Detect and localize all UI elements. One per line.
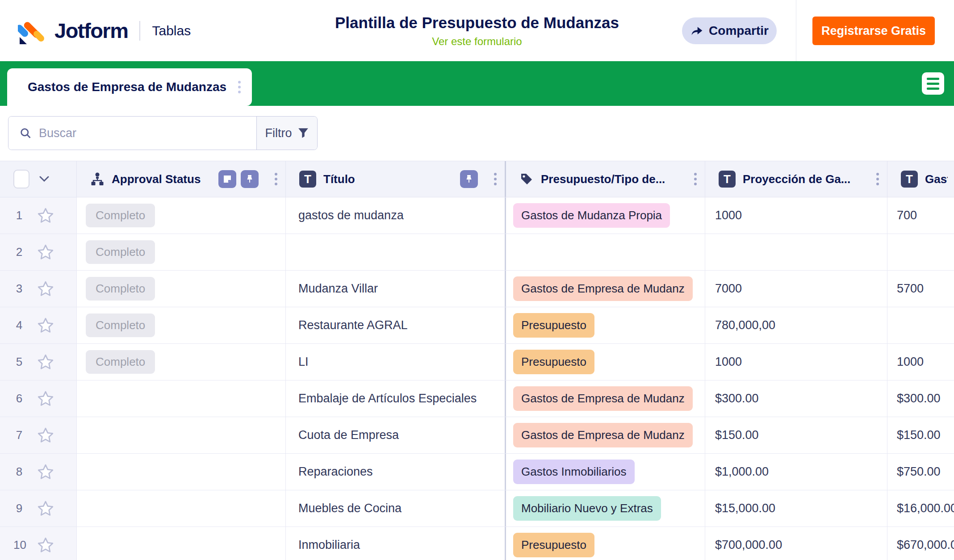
proyeccion-cell[interactable]: $15,000.00 xyxy=(705,490,887,527)
gastos-cell[interactable]: $750.00 xyxy=(887,454,954,490)
star-icon[interactable] xyxy=(37,353,54,371)
sheet-tab-menu-icon[interactable] xyxy=(236,79,243,95)
proyeccion-cell[interactable]: $300.00 xyxy=(705,380,887,417)
gastos-cell[interactable]: 700 xyxy=(887,197,954,234)
tipo-cell[interactable]: Gastos de Empresa de Mudanz xyxy=(506,271,705,307)
gastos-cell-text: $16,000.00 xyxy=(897,501,954,515)
proyeccion-cell[interactable]: 780,000,00 xyxy=(705,307,887,343)
column-header-titulo[interactable]: T Título xyxy=(286,161,506,197)
approval-status-cell[interactable]: Completo xyxy=(77,197,286,234)
table-row: 9 Muebles de Cocina Mobiliario Nuevo y E… xyxy=(0,490,954,527)
titulo-cell[interactable]: Inmobiliaria xyxy=(286,527,506,560)
brand-product-label: Tablas xyxy=(152,23,191,38)
titulo-cell[interactable]: LI xyxy=(286,344,506,380)
row-number: 7 xyxy=(13,428,25,442)
proyeccion-cell[interactable]: $150.00 xyxy=(705,417,887,453)
tipo-cell[interactable]: Mobiliario Nuevo y Extras xyxy=(506,490,705,527)
column-header-proyeccion[interactable]: T Proyección de Ga... xyxy=(705,161,887,197)
tipo-cell[interactable]: Presupuesto xyxy=(506,344,705,380)
tipo-cell[interactable] xyxy=(506,234,705,270)
search-input[interactable] xyxy=(39,126,226,140)
titulo-cell[interactable]: Mudanza Villar xyxy=(286,271,506,307)
select-all-checkbox[interactable] xyxy=(13,170,29,188)
titulo-cell[interactable]: Reparaciones xyxy=(286,454,506,490)
column-menu-icon[interactable] xyxy=(874,171,881,187)
titulo-cell[interactable] xyxy=(286,234,506,270)
approval-status-cell[interactable] xyxy=(77,380,286,417)
chevron-down-icon[interactable] xyxy=(39,176,49,182)
titulo-cell[interactable]: Cuota de Empresa xyxy=(286,417,506,453)
approval-status-cell[interactable]: Completo xyxy=(77,271,286,307)
tipo-cell[interactable]: Presupuesto xyxy=(506,307,705,343)
board-menu-button[interactable] xyxy=(922,72,944,95)
titulo-cell[interactable]: Muebles de Cocina xyxy=(286,490,506,527)
gastos-cell[interactable] xyxy=(887,234,954,270)
star-icon[interactable] xyxy=(37,426,54,444)
column-menu-icon[interactable] xyxy=(492,171,498,187)
approval-status-cell[interactable] xyxy=(77,527,286,560)
column-menu-icon[interactable] xyxy=(273,171,279,187)
column-header-approval-status[interactable]: Approval Status xyxy=(77,161,286,197)
brand[interactable]: Jotform Tablas xyxy=(18,0,191,61)
titulo-cell-text: gastos de mudanza xyxy=(298,209,404,222)
tipo-cell[interactable]: Gastos de Empresa de Mudanz xyxy=(506,417,705,453)
gastos-cell[interactable] xyxy=(887,307,954,343)
star-icon[interactable] xyxy=(37,317,54,334)
titulo-cell[interactable]: Restaurante AGRAL xyxy=(286,307,506,343)
proyeccion-cell[interactable]: 7000 xyxy=(705,271,887,307)
view-form-link[interactable]: Ver este formulario xyxy=(432,35,522,48)
gastos-cell[interactable]: 5700 xyxy=(887,271,954,307)
star-icon[interactable] xyxy=(37,390,54,408)
search-box[interactable] xyxy=(8,117,256,150)
search-filter-group: Filtro xyxy=(8,116,318,150)
star-icon[interactable] xyxy=(37,280,54,298)
note-icon[interactable] xyxy=(218,170,236,188)
titulo-cell[interactable]: Embalaje de Artículos Especiales xyxy=(286,380,506,417)
proyeccion-cell[interactable]: $1,000.00 xyxy=(705,454,887,490)
signup-button[interactable]: Registrarse Gratis xyxy=(812,17,935,45)
filter-button[interactable]: Filtro xyxy=(256,117,317,150)
gastos-cell[interactable]: $16,000.00 xyxy=(887,490,954,527)
pin-icon[interactable] xyxy=(460,170,478,188)
table-row: 7 Cuota de Empresa Gastos de Empresa de … xyxy=(0,417,954,454)
star-icon[interactable] xyxy=(37,207,54,225)
titulo-cell-text: Embalaje de Artículos Especiales xyxy=(298,392,477,405)
proyeccion-cell-text: 780,000,00 xyxy=(715,318,775,332)
tipo-cell[interactable]: Gastos de Mudanza Propia xyxy=(506,197,705,234)
column-menu-icon[interactable] xyxy=(692,171,699,187)
titulo-cell[interactable]: gastos de mudanza xyxy=(286,197,506,234)
sheet-tab[interactable]: Gastos de Empresa de Mudanzas xyxy=(7,68,252,106)
gastos-cell[interactable]: 1000 xyxy=(887,344,954,380)
text-column-icon: T xyxy=(299,171,316,188)
proyeccion-cell[interactable]: 1000 xyxy=(705,344,887,380)
star-icon[interactable] xyxy=(37,536,54,554)
gastos-cell[interactable]: $150.00 xyxy=(887,417,954,453)
star-icon[interactable] xyxy=(37,500,54,518)
pin-icon[interactable] xyxy=(241,170,259,188)
proyeccion-cell[interactable]: $700,000.00 xyxy=(705,527,887,560)
approval-status-cell[interactable]: Completo xyxy=(77,344,286,380)
proyeccion-cell-text: $1,000.00 xyxy=(715,465,769,479)
approval-status-cell[interactable]: Completo xyxy=(77,307,286,343)
star-icon[interactable] xyxy=(37,243,54,261)
approval-status-cell[interactable] xyxy=(77,417,286,453)
table-toolbar: Filtro xyxy=(0,106,954,161)
proyeccion-cell[interactable]: 1000 xyxy=(705,197,887,234)
tipo-badge: Gastos de Mudanza Propia xyxy=(513,203,670,228)
tipo-cell[interactable]: Presupuesto xyxy=(506,527,705,560)
share-button[interactable]: Compartir xyxy=(682,17,777,44)
tipo-cell[interactable]: Gastos de Empresa de Mudanz xyxy=(506,380,705,417)
approval-status-cell[interactable]: Completo xyxy=(77,234,286,270)
tipo-cell[interactable]: Gastos Inmobiliarios xyxy=(506,454,705,490)
gastos-cell[interactable]: $670,000.00 xyxy=(887,527,954,560)
row-number: 1 xyxy=(13,209,25,222)
tipo-badge: Mobiliario Nuevo y Extras xyxy=(513,496,661,521)
proyeccion-cell[interactable] xyxy=(705,234,887,270)
approval-status-cell[interactable] xyxy=(77,490,286,527)
column-header-presupuesto-tipo[interactable]: Presupuesto/Tipo de... xyxy=(506,161,705,197)
gastos-cell-text: 1000 xyxy=(897,355,924,369)
gastos-cell[interactable]: $300.00 xyxy=(887,380,954,417)
approval-status-cell[interactable] xyxy=(77,454,286,490)
star-icon[interactable] xyxy=(37,463,54,481)
column-header-gastos[interactable]: T Gastos xyxy=(887,161,954,197)
